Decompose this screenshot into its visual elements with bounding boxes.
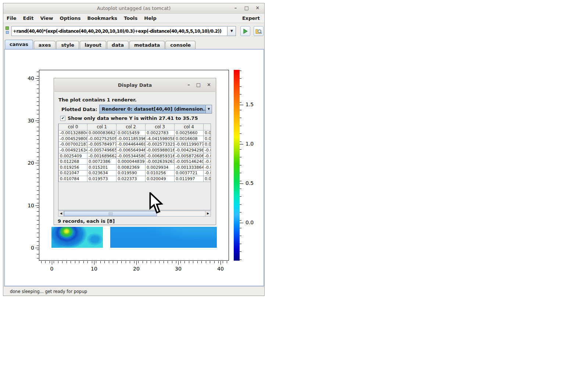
table-cell[interactable]: 0.012268 bbox=[59, 159, 87, 165]
table-cell[interactable]: 0.0029934 bbox=[146, 165, 175, 171]
table-cell[interactable]: -0.0 bbox=[204, 153, 211, 159]
menu-bookmarks[interactable]: Bookmarks bbox=[84, 15, 121, 21]
table-cell[interactable]: 0.022373 bbox=[116, 176, 146, 182]
table-cell[interactable]: -0.001689662... bbox=[87, 153, 116, 159]
go-button[interactable] bbox=[240, 26, 250, 36]
table-cell[interactable]: 0.0022783 bbox=[146, 130, 175, 136]
table-row[interactable]: 0.0107840.0195730.0223730.0200490.011997… bbox=[59, 176, 211, 182]
table-cell[interactable]: -0.005344580... bbox=[116, 153, 146, 159]
dialog-minimize-icon[interactable]: – bbox=[187, 81, 190, 89]
table-cell[interactable]: -0.0 bbox=[204, 159, 211, 165]
table-cell[interactable]: 0.0072386 bbox=[87, 159, 116, 165]
column-header[interactable]: col 4 bbox=[175, 124, 204, 130]
window-titlebar[interactable]: Autoplot untagged (as tomcat) – □ ✕ bbox=[3, 3, 264, 14]
table-cell[interactable]: -0.006859316... bbox=[146, 153, 175, 159]
menu-options[interactable]: Options bbox=[57, 15, 84, 21]
menu-file[interactable]: File bbox=[3, 15, 20, 21]
table-row[interactable]: 0.0210470.0236340.0195900.0102560.003772… bbox=[59, 170, 211, 176]
menu-edit[interactable]: Edit bbox=[20, 15, 37, 21]
table-cell[interactable]: 0.0037721 bbox=[175, 170, 204, 176]
dialog-close-icon[interactable]: ✕ bbox=[207, 81, 211, 89]
colorbar[interactable] bbox=[234, 70, 240, 261]
filter-checkbox[interactable]: ✔ bbox=[60, 116, 65, 121]
tab-console[interactable]: console bbox=[165, 41, 196, 49]
plotted-data-dropdown-icon[interactable]: ▼ bbox=[206, 105, 212, 114]
table-cell[interactable]: 0.000083662 bbox=[87, 130, 116, 136]
table-cell[interactable]: -0.001333864... bbox=[175, 165, 204, 171]
table-row[interactable]: -0.001328804...0.0000836620.00154590.002… bbox=[59, 130, 211, 136]
expert-menu[interactable]: Expert bbox=[238, 15, 264, 21]
table-cell[interactable]: 0.019590 bbox=[116, 170, 146, 176]
table-cell[interactable]: 0.0015459 bbox=[116, 130, 146, 136]
table-cell[interactable]: -0.004921634... bbox=[59, 147, 87, 153]
table-row[interactable]: 0.0192560.0152010.00823690.0029934-0.001… bbox=[59, 165, 211, 171]
table-cell[interactable]: -0.005988016... bbox=[146, 147, 175, 153]
table-cell[interactable]: -0.004464469... bbox=[116, 142, 146, 147]
data-table-scrollpane[interactable]: col 0col 1col 2col 3col 4-0.001328804...… bbox=[58, 124, 211, 210]
table-row[interactable]: 0.0025409-0.001689662...-0.005344580...-… bbox=[59, 153, 211, 159]
table-cell[interactable]: 0.00 bbox=[204, 136, 211, 142]
table-cell[interactable]: -0.001328804... bbox=[59, 130, 87, 136]
plotted-data-select[interactable]: Renderer 0: dataset[40,40] (dimension... bbox=[99, 105, 206, 114]
menu-view[interactable]: View bbox=[37, 15, 56, 21]
table-cell[interactable]: 0.010256 bbox=[146, 170, 175, 176]
close-icon[interactable]: ✕ bbox=[255, 5, 261, 11]
scroll-right-icon[interactable]: ▶ bbox=[205, 211, 211, 216]
table-cell[interactable]: -0.006564946... bbox=[116, 147, 146, 153]
column-header[interactable]: col 1 bbox=[87, 124, 116, 130]
table-cell[interactable]: -0.004529800... bbox=[59, 136, 87, 142]
tab-canvas[interactable]: canvas bbox=[5, 40, 33, 49]
uri-dropdown-icon[interactable]: ▼ bbox=[228, 26, 236, 36]
maximize-icon[interactable]: □ bbox=[244, 5, 250, 11]
table-cell[interactable]: -0.005872606... bbox=[175, 153, 204, 159]
dialog-maximize-icon[interactable]: □ bbox=[196, 81, 201, 89]
scrollbar-thumb[interactable] bbox=[64, 211, 157, 216]
menu-tools[interactable]: Tools bbox=[121, 15, 141, 21]
inspect-uri-button[interactable] bbox=[254, 26, 263, 36]
table-cell[interactable]: -0.0 bbox=[204, 165, 211, 171]
tab-metadata[interactable]: metadata bbox=[129, 41, 165, 49]
table-cell[interactable]: 0.00 bbox=[204, 142, 211, 147]
table-cell[interactable]: 0.019256 bbox=[59, 165, 87, 171]
scroll-left-icon[interactable]: ◀ bbox=[58, 211, 64, 216]
table-cell[interactable]: -0.002639263... bbox=[146, 159, 175, 165]
table-cell[interactable]: -0.001199077... bbox=[175, 142, 204, 147]
column-header[interactable] bbox=[204, 124, 211, 130]
table-cell[interactable]: 0.021047 bbox=[59, 170, 87, 176]
table-cell[interactable]: 0.010784 bbox=[59, 176, 87, 182]
table-cell[interactable]: -0.001185396... bbox=[116, 136, 146, 142]
table-cell[interactable]: -0.004294298... bbox=[175, 147, 204, 153]
table-cell[interactable]: -0.002752505... bbox=[87, 136, 116, 142]
table-cell[interactable]: -0.007002187... bbox=[59, 142, 87, 147]
column-header[interactable]: col 2 bbox=[116, 124, 146, 130]
column-header[interactable]: col 0 bbox=[59, 124, 87, 130]
horizontal-scrollbar[interactable]: ◀ ▶ bbox=[58, 211, 211, 217]
table-cell[interactable]: 0.015201 bbox=[87, 165, 116, 171]
table-cell[interactable]: 0.0025409 bbox=[59, 153, 87, 159]
table-cell[interactable]: -0.005749665... bbox=[87, 147, 116, 153]
tab-layout[interactable]: layout bbox=[80, 41, 106, 49]
table-cell[interactable]: 0.0082369 bbox=[116, 165, 146, 171]
table-row[interactable]: -0.007002187...-0.005784977...-0.0044644… bbox=[59, 142, 211, 147]
table-cell[interactable]: 0.000044839 bbox=[116, 159, 146, 165]
table-cell[interactable]: 0.023634 bbox=[87, 170, 116, 176]
tab-axes[interactable]: axes bbox=[34, 41, 56, 49]
table-cell[interactable]: -4.041598058... bbox=[146, 136, 175, 142]
table-row[interactable]: 0.0122680.00723860.000044839-0.002639263… bbox=[59, 159, 211, 165]
table-cell[interactable]: 0.0016608 bbox=[175, 136, 204, 142]
plot-canvas[interactable]: 010203040 403020100 1.51.00.50.0 Display… bbox=[4, 49, 264, 286]
column-header[interactable]: col 3 bbox=[146, 124, 175, 130]
table-cell[interactable]: 0.00 bbox=[204, 130, 211, 136]
menu-help[interactable]: Help bbox=[141, 15, 159, 21]
table-cell[interactable]: -0.005146240... bbox=[175, 159, 204, 165]
table-cell[interactable]: 0.00 bbox=[204, 176, 211, 182]
table-cell[interactable]: 0.011997 bbox=[175, 176, 204, 182]
table-cell[interactable]: -0.002573321... bbox=[146, 142, 175, 147]
table-cell[interactable]: -0.0 bbox=[204, 147, 211, 153]
uri-input[interactable]: +rand(40,40)*(exp(-distance(40,40,20,20,… bbox=[11, 26, 227, 36]
table-cell[interactable]: 0.0025660 bbox=[175, 130, 204, 136]
table-cell[interactable]: 0.020049 bbox=[146, 176, 175, 182]
dialog-titlebar[interactable]: Display Data – □ ✕ bbox=[54, 79, 215, 92]
table-cell[interactable]: -0.005784977... bbox=[87, 142, 116, 147]
tab-style[interactable]: style bbox=[56, 41, 79, 49]
